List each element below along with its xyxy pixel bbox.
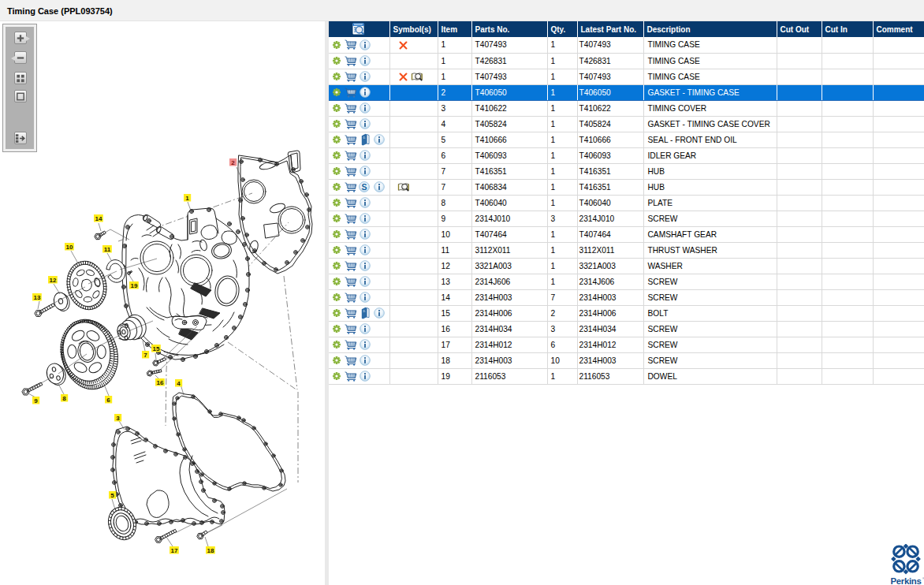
- svg-text:12: 12: [49, 277, 56, 284]
- svg-text:5: 5: [110, 492, 114, 499]
- svg-text:16: 16: [156, 379, 163, 386]
- svg-text:8: 8: [62, 395, 66, 402]
- svg-text:17: 17: [170, 547, 177, 554]
- svg-text:1: 1: [185, 195, 189, 202]
- svg-text:3: 3: [116, 415, 120, 422]
- svg-text:7: 7: [143, 352, 147, 359]
- svg-text:14: 14: [95, 215, 102, 222]
- svg-text:9: 9: [34, 397, 38, 404]
- svg-text:2: 2: [231, 159, 235, 166]
- svg-text:18: 18: [207, 547, 214, 554]
- svg-text:10: 10: [65, 244, 73, 251]
- svg-text:11: 11: [104, 246, 111, 253]
- svg-text:4: 4: [177, 380, 181, 387]
- svg-text:19: 19: [130, 282, 137, 289]
- svg-text:15: 15: [152, 345, 159, 352]
- svg-text:6: 6: [106, 397, 110, 404]
- svg-text:Perkins: Perkins: [890, 576, 921, 585]
- svg-text:13: 13: [33, 294, 40, 301]
